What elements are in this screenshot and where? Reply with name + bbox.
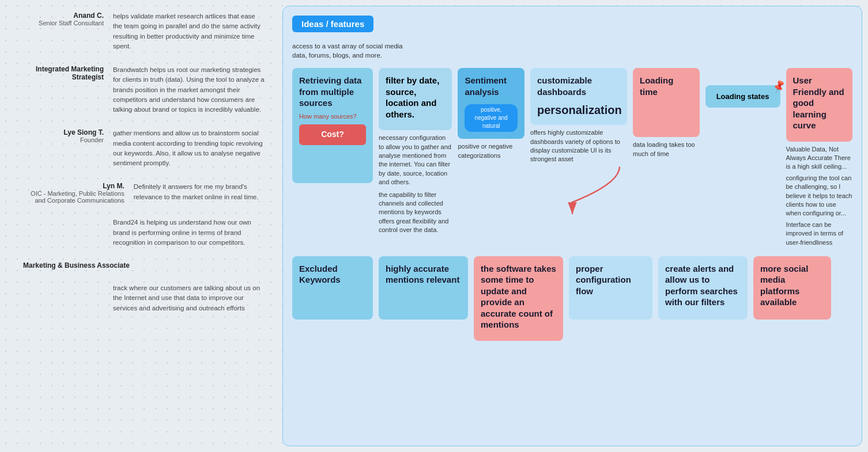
card-dashboards[interactable]: customizable dashboards personalization xyxy=(530,68,627,125)
filter-date-body-text2: the capability to filter channels and co… xyxy=(379,191,452,235)
sentiment-title: Sentiment analysis xyxy=(465,75,518,97)
user-friendly-body-line1: Valuable Data, Not Always Accurate There… xyxy=(786,145,853,172)
review-item-7: track where our customers are talking ab… xyxy=(23,283,265,313)
review-text-5: Brand24 is helping us understand how our… xyxy=(113,218,265,248)
card-sentiment[interactable]: Sentiment analysis positive, negative an… xyxy=(458,68,524,139)
reviewer-name-3: Lye Siong T. xyxy=(23,128,104,136)
reviewer-name-2: Integrated Marketing Strategist xyxy=(23,65,104,81)
card-retrieving-data[interactable]: Retrieving data from multiple sources Ho… xyxy=(292,68,373,183)
filter-date-col: filter by date, source, location and oth… xyxy=(379,68,452,234)
loading-time-col: Loading time data loading takes too much… xyxy=(633,68,700,158)
reviewer-name-1: Anand C. xyxy=(23,12,104,20)
sentiment-body: positive or negative categorizations xyxy=(458,142,524,160)
reviewer-info-4: Lyn M. OIC - Marketing, Public Relations… xyxy=(23,182,124,204)
review-text-3: gather mentions and allow us to brainsto… xyxy=(113,128,265,168)
reviewer-name-4: Lyn M. xyxy=(23,182,124,190)
reviewer-info-6: Marketing & Business Associate xyxy=(23,261,130,269)
review-text-7: track where our customers are talking ab… xyxy=(113,283,265,313)
review-text-1: helps validate market research artlices … xyxy=(113,12,265,51)
card-filter-date[interactable]: filter by date, source, location and oth… xyxy=(379,68,452,130)
cards-row-2: Excluded Keywords highly accurate mentio… xyxy=(292,256,852,341)
filter-date-body: necessary configuration to allow you to … xyxy=(379,134,452,234)
card-user-friendly[interactable]: User Friendly and good learning curve xyxy=(786,68,853,142)
sentiment-col: Sentiment analysis positive, negative an… xyxy=(458,68,524,160)
reviewer-info-7 xyxy=(23,283,104,313)
review-item-5: Brand24 is helping us understand how our… xyxy=(23,218,265,248)
card-loading-states[interactable]: 📌 Loading states xyxy=(705,85,780,108)
cost-label: Cost? xyxy=(299,124,366,145)
reviewer-role-4: OIC - Marketing, Public Relations and Co… xyxy=(23,190,124,204)
review-text-4: Definitely it answers for me my brand's … xyxy=(134,182,265,204)
review-text-2: Brandwatch helps us root our marketing s… xyxy=(113,65,265,115)
card-excluded-keywords[interactable]: Excluded Keywords xyxy=(292,256,373,320)
user-friendly-title: User Friendly and good learning curve xyxy=(793,75,846,131)
canvas-intro-text: access to a vast array of social media d… xyxy=(292,41,419,60)
canvas-title-bar: Ideas / features xyxy=(292,16,852,32)
personalization-text: personalization xyxy=(537,102,620,118)
card-software-takes-time[interactable]: the software takes some time to update a… xyxy=(474,256,563,341)
review-item-1: Anand C. Senior Staff Consultant helps v… xyxy=(23,12,265,51)
review-item-3: Lye Siong T. Founder gather mentions and… xyxy=(23,128,265,168)
loading-states-label: Loading states xyxy=(712,92,773,101)
reviewer-info-5 xyxy=(23,218,104,248)
canvas-title: Ideas / features xyxy=(292,16,373,32)
more-social-media-title: more social media platforms available xyxy=(760,263,824,308)
card-loading-time[interactable]: Loading time xyxy=(633,68,700,137)
filter-date-title: filter by date, source, location and oth… xyxy=(386,75,445,120)
filter-date-body-text1: necessary configuration to allow you to … xyxy=(379,134,452,187)
card-create-alerts[interactable]: create alerts and allow us to perform se… xyxy=(658,256,748,320)
review-item-4: Lyn M. OIC - Marketing, Public Relations… xyxy=(23,182,265,204)
user-friendly-body-line3: Interface can be improved in terms of us… xyxy=(786,221,853,247)
card-proper-configuration[interactable]: proper configuration flow xyxy=(569,256,652,320)
left-panel: Anand C. Senior Staff Consultant helps v… xyxy=(0,0,277,452)
reviewer-name-6: Marketing & Business Associate xyxy=(23,261,130,269)
card-highly-accurate[interactable]: highly accurate mentions relevant xyxy=(379,256,468,320)
proper-configuration-title: proper configuration flow xyxy=(576,263,646,297)
create-alerts-title: create alerts and allow us to perform se… xyxy=(665,263,741,308)
retrieving-data-title: Retrieving data from multiple sources xyxy=(299,75,366,109)
sentiment-badge: positive, negative and natural xyxy=(465,104,518,132)
how-many-sources: How many sources? xyxy=(299,112,366,121)
excluded-keywords-title: Excluded Keywords xyxy=(299,263,366,286)
dashboards-title: customizable dashboards xyxy=(537,75,620,97)
user-friendly-col: User Friendly and good learning curve Va… xyxy=(786,68,853,247)
reviewer-role-1: Senior Staff Consultant xyxy=(23,20,104,26)
main-canvas: Ideas / features access to a vast array … xyxy=(282,6,862,446)
reviewer-info-1: Anand C. Senior Staff Consultant xyxy=(23,12,104,51)
highly-accurate-title: highly accurate mentions relevant xyxy=(386,263,461,286)
dashboards-body: offers highly customizable dashboards va… xyxy=(530,128,627,164)
reviewer-info-2: Integrated Marketing Strategist xyxy=(23,65,104,115)
reviewer-info-3: Lye Siong T. Founder xyxy=(23,128,104,168)
dashboards-col: customizable dashboards personalization … xyxy=(530,68,627,164)
loading-states-area: 📌 Loading states xyxy=(705,68,780,108)
cards-row-1: Retrieving data from multiple sources Ho… xyxy=(292,68,852,247)
user-friendly-body: Valuable Data, Not Always Accurate There… xyxy=(786,145,853,247)
reviewer-role-3: Founder xyxy=(23,136,104,143)
user-friendly-body-line2: configuring the tool can be challenging,… xyxy=(786,174,853,218)
loading-time-title: Loading time xyxy=(640,75,693,97)
software-takes-time-title: the software takes some time to update a… xyxy=(481,263,556,331)
card-more-social-media[interactable]: more social media platforms available xyxy=(753,256,831,320)
review-item-6: Marketing & Business Associate xyxy=(23,261,265,269)
loading-time-body: data loading takes too much of time xyxy=(633,140,700,158)
review-item-2: Integrated Marketing Strategist Brandwat… xyxy=(23,65,265,115)
